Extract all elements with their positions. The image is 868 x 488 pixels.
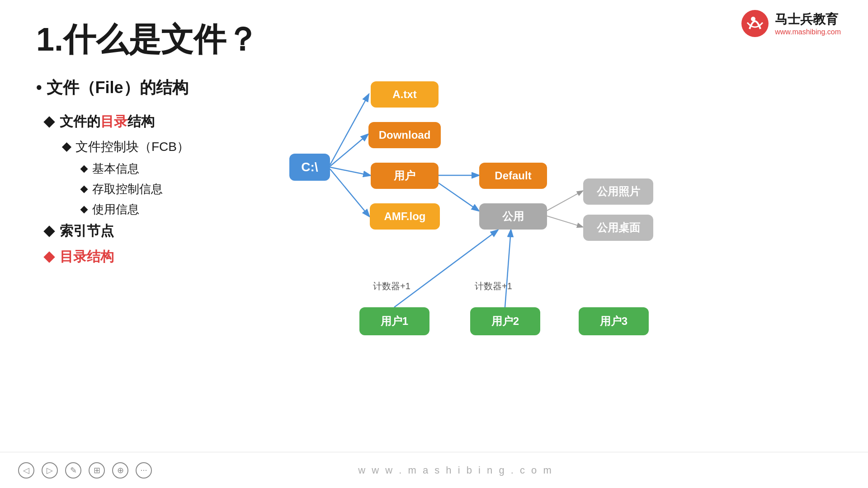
node-amflog: AMF.log: [370, 203, 440, 230]
diamond-red-icon: [43, 251, 55, 263]
svg-line-9: [547, 216, 582, 227]
nav-more-icon[interactable]: ···: [136, 462, 152, 479]
nav-back-icon[interactable]: ◁: [18, 462, 34, 479]
svg-line-11: [505, 230, 511, 307]
svg-point-1: [751, 17, 755, 21]
svg-line-7: [439, 183, 478, 211]
bullet-main: • 文件（File）的结构: [36, 77, 271, 99]
diamond-icon: [43, 225, 55, 237]
node-gongyong-zhuomian: 公用桌面: [583, 215, 653, 241]
bullet-list: • 文件（File）的结构 文件的目录结构 文件控制块（FCB） 基本信息 存取…: [36, 77, 271, 273]
diagram-area: C:\ A.txt Download 用户 AMF.log Default 公用…: [289, 68, 841, 443]
diamond-icon: [80, 206, 88, 213]
bullet-item-directory-structure: 文件的目录结构: [45, 113, 271, 131]
diamond-icon: [80, 185, 88, 193]
nav-edit-icon[interactable]: ✎: [65, 462, 81, 479]
bullet-item-fcb: 文件控制块（FCB）: [63, 138, 271, 155]
nav-forward-icon[interactable]: ▷: [42, 462, 58, 479]
node-default: Default: [479, 163, 547, 189]
diamond-icon: [43, 116, 55, 127]
node-user3: 用户3: [579, 307, 649, 335]
content-area: • 文件（File）的结构 文件的目录结构 文件控制块（FCB） 基本信息 存取…: [36, 77, 841, 443]
counter-user2: 计数器+1: [475, 280, 512, 292]
node-download: Download: [368, 122, 441, 148]
logo-name: 马士兵教育: [775, 11, 838, 28]
logo-area: 马士兵教育 www.mashibing.com: [741, 9, 841, 38]
bottom-nav-icons: ◁ ▷ ✎ ⊞ ⊕ ···: [18, 462, 152, 479]
bullet-item-index-node: 索引节点: [45, 222, 271, 240]
svg-line-10: [394, 230, 497, 307]
node-gongyong: 公用: [479, 203, 547, 230]
diamond-icon: [80, 165, 88, 173]
bottom-url: w w w . m a s h i b i n g . c o m: [358, 465, 553, 476]
node-user2: 用户2: [470, 307, 540, 335]
svg-line-4: [330, 167, 370, 175]
svg-line-2: [330, 95, 368, 165]
nav-zoom-icon[interactable]: ⊕: [112, 462, 128, 479]
svg-line-8: [547, 191, 582, 211]
logo-url: www.mashibing.com: [775, 28, 841, 36]
bottom-bar: ◁ ▷ ✎ ⊞ ⊕ ··· w w w . m a s h i b i n g …: [0, 452, 868, 488]
nav-grid-icon[interactable]: ⊞: [89, 462, 105, 479]
logo-icon: [741, 9, 769, 38]
bullet-item-directory-red: 目录结构: [45, 248, 271, 266]
logo-text: 马士兵教育 www.mashibing.com: [775, 11, 841, 36]
bullet-item-usage-info: 使用信息: [81, 202, 271, 217]
node-gongyong-zhaopian: 公用照片: [583, 178, 653, 205]
node-user: 用户: [371, 163, 439, 189]
svg-line-5: [330, 169, 369, 216]
node-atxt: A.txt: [371, 81, 439, 108]
svg-line-3: [330, 135, 368, 166]
counter-user1: 计数器+1: [373, 280, 410, 292]
bullet-item-access-control: 存取控制信息: [81, 181, 271, 197]
diamond-icon: [62, 142, 71, 151]
node-user1: 用户1: [359, 307, 429, 335]
page-title: 1.什么是文件？: [36, 18, 259, 61]
node-c-drive: C:\: [289, 154, 330, 181]
svg-point-0: [741, 10, 769, 37]
bullet-item-basic-info: 基本信息: [81, 161, 271, 177]
